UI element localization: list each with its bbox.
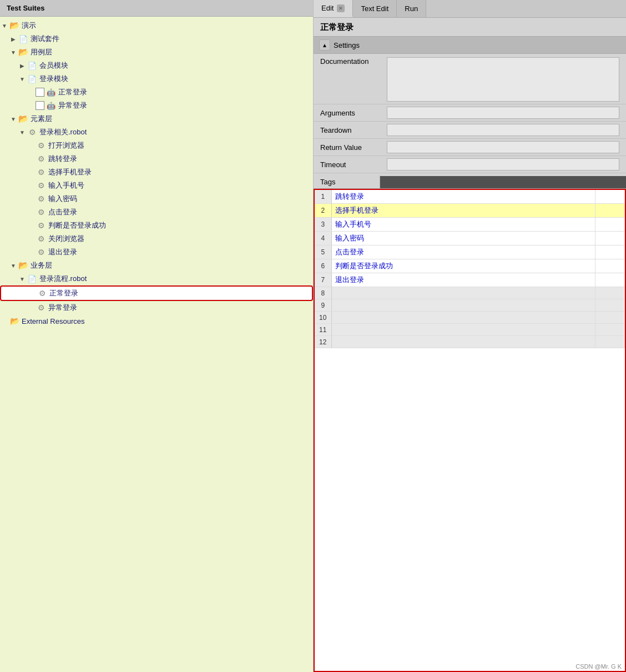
tree-item-logout[interactable]: 退出登录 bbox=[0, 245, 313, 259]
steps-container[interactable]: 1跳转登录2选择手机登录3输入手机号4输入密码5点击登录6判断是否登录成功7退出… bbox=[314, 189, 626, 672]
tree-item-abnormal-login-1[interactable]: 异常登录 bbox=[0, 99, 313, 112]
page-title: 正常登录 bbox=[314, 18, 626, 36]
step-arg[interactable] bbox=[595, 204, 625, 218]
tree-item-select-phone[interactable]: 选择手机登录 bbox=[0, 166, 313, 179]
folder-open-icon-yewu: 📂 bbox=[18, 260, 29, 270]
step-arg[interactable] bbox=[595, 259, 625, 273]
tree-item-input-pwd[interactable]: 输入密码 bbox=[0, 192, 313, 205]
robot-icon-abnormal-login-1 bbox=[46, 101, 57, 111]
gear-icon-click-login bbox=[36, 207, 47, 217]
step-name[interactable]: 跳转登录 bbox=[331, 190, 595, 204]
tree-label-ceshi: 测试套件 bbox=[31, 34, 59, 44]
tree-label-open-browser: 打开浏览器 bbox=[48, 141, 84, 151]
tree-item-denglu-robot[interactable]: 登录相关.robot bbox=[0, 126, 313, 139]
tree-arrow-ceshi[interactable] bbox=[9, 36, 18, 42]
table-row[interactable]: 7退出登录 bbox=[315, 273, 625, 287]
documentation-input[interactable] bbox=[387, 57, 619, 102]
table-row[interactable]: 12 bbox=[315, 336, 625, 348]
step-name[interactable]: 点击登录 bbox=[331, 245, 595, 259]
tree-item-jump-login[interactable]: 跳转登录 bbox=[0, 152, 313, 166]
table-row[interactable]: 6判断是否登录成功 bbox=[315, 259, 625, 273]
step-arg[interactable] bbox=[595, 312, 625, 324]
table-row[interactable]: 10 bbox=[315, 312, 625, 324]
step-name[interactable] bbox=[331, 324, 595, 336]
step-name[interactable] bbox=[331, 336, 595, 348]
tab-text-edit[interactable]: Text Edit bbox=[353, 0, 397, 17]
tree-item-click-login[interactable]: 点击登录 bbox=[0, 205, 313, 219]
table-row[interactable]: 4输入密码 bbox=[315, 232, 625, 245]
tree-item-ext-resources[interactable]: External Resources bbox=[0, 314, 313, 328]
tree-arrow-yewu[interactable] bbox=[9, 263, 18, 269]
step-arg[interactable] bbox=[595, 190, 625, 204]
step-name[interactable]: 退出登录 bbox=[331, 273, 595, 287]
tree-item-input-phone[interactable]: 输入手机号 bbox=[0, 179, 313, 192]
table-row[interactable]: 8 bbox=[315, 287, 625, 299]
table-row[interactable]: 5点击登录 bbox=[315, 245, 625, 259]
tab-edit[interactable]: Edit✕ bbox=[314, 0, 353, 17]
checkbox-normal-login-1[interactable] bbox=[36, 88, 44, 97]
step-arg[interactable] bbox=[595, 287, 625, 299]
tree-item-denglu-flow[interactable]: 登录流程.robot bbox=[0, 272, 313, 285]
timeout-input[interactable] bbox=[387, 158, 619, 170]
tree-label-denglu-robot: 登录相关.robot bbox=[39, 127, 87, 137]
arguments-input[interactable] bbox=[387, 107, 619, 119]
step-arg[interactable] bbox=[595, 232, 625, 245]
step-arg[interactable] bbox=[595, 299, 625, 312]
tree-arrow-yanshi[interactable] bbox=[0, 23, 9, 29]
step-name[interactable]: 输入密码 bbox=[331, 232, 595, 245]
table-row[interactable]: 1跳转登录 bbox=[315, 190, 625, 204]
tree-item-check-success[interactable]: 判断是否登录成功 bbox=[0, 219, 313, 232]
step-name[interactable]: 选择手机登录 bbox=[331, 204, 595, 218]
collapse-button[interactable]: ▲ bbox=[319, 39, 330, 51]
table-row[interactable]: 3输入手机号 bbox=[315, 218, 625, 232]
step-name[interactable] bbox=[331, 287, 595, 299]
step-arg[interactable] bbox=[595, 336, 625, 348]
tree-arrow-denglu-robot[interactable] bbox=[18, 129, 27, 136]
tree-arrow-huiyuan[interactable] bbox=[18, 63, 27, 69]
tree-item-yewu[interactable]: 📂业务层 bbox=[0, 259, 313, 272]
step-name[interactable]: 判断是否登录成功 bbox=[331, 259, 595, 273]
tree-arrow-ext-resources bbox=[0, 318, 9, 324]
table-row[interactable]: 9 bbox=[315, 299, 625, 312]
tree-arrow-yuansu[interactable] bbox=[9, 116, 18, 122]
tab-close-edit[interactable]: ✕ bbox=[337, 4, 345, 12]
step-arg[interactable] bbox=[595, 218, 625, 232]
tree-label-denglu-module: 登录模块 bbox=[39, 74, 68, 84]
step-name[interactable] bbox=[331, 312, 595, 324]
tree-arrow-normal-login-2 bbox=[28, 290, 37, 297]
tree-item-yuansu[interactable]: 📂元素层 bbox=[0, 112, 313, 126]
tree-item-normal-login-1[interactable]: 正常登录 bbox=[0, 86, 313, 99]
tab-run[interactable]: Run bbox=[397, 0, 426, 17]
tree-arrow-denglu-flow[interactable] bbox=[18, 276, 27, 282]
gear-icon-jump-login bbox=[36, 154, 47, 164]
row-number: 4 bbox=[315, 232, 331, 245]
step-name[interactable] bbox=[331, 299, 595, 312]
tree-item-ceshi[interactable]: 测试套件 bbox=[0, 32, 313, 46]
checkbox-abnormal-login-1[interactable] bbox=[36, 101, 44, 110]
tree-arrow-denglu-module[interactable] bbox=[18, 76, 27, 82]
tree-label-yuansu: 元素层 bbox=[31, 114, 52, 124]
tree-item-open-browser[interactable]: 打开浏览器 bbox=[0, 139, 313, 152]
tree-arrow-abnormal-login-2 bbox=[27, 305, 36, 311]
table-row[interactable]: 11 bbox=[315, 324, 625, 336]
tree-item-denglu-module[interactable]: 登录模块 bbox=[0, 72, 313, 86]
tree-arrow-yongli[interactable] bbox=[9, 49, 18, 56]
tree-item-yanshi[interactable]: 📂演示 bbox=[0, 19, 313, 32]
table-row[interactable]: 2选择手机登录 bbox=[315, 204, 625, 218]
tree-item-close-browser[interactable]: 关闭浏览器 bbox=[0, 232, 313, 245]
settings-section: ▲ Settings Documentation Arguments Teard… bbox=[314, 36, 626, 175]
step-arg[interactable] bbox=[595, 245, 625, 259]
tree-container[interactable]: 📂演示测试套件📂用例层会员模块登录模块 正常登录 异常登录📂元素层登录相关.ro… bbox=[0, 17, 313, 672]
tree-item-normal-login-2[interactable]: 正常登录 bbox=[0, 285, 313, 301]
tree-item-abnormal-login-2[interactable]: 异常登录 bbox=[0, 301, 313, 314]
teardown-input[interactable] bbox=[387, 124, 619, 136]
step-name[interactable]: 输入手机号 bbox=[331, 218, 595, 232]
arguments-label: Arguments bbox=[320, 109, 387, 117]
return-value-input[interactable] bbox=[387, 141, 619, 153]
step-arg[interactable] bbox=[595, 273, 625, 287]
gear-folder-icon-denglu-robot bbox=[27, 127, 38, 137]
tree-item-huiyuan[interactable]: 会员模块 bbox=[0, 59, 313, 72]
step-arg[interactable] bbox=[595, 324, 625, 336]
tree-arrow-close-browser bbox=[27, 236, 36, 242]
tree-item-yongli[interactable]: 📂用例层 bbox=[0, 46, 313, 59]
